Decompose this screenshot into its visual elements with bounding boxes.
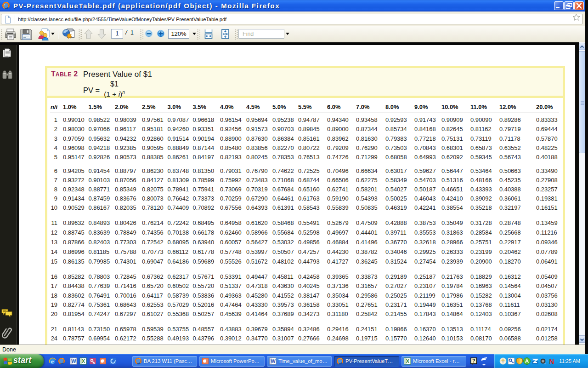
svg-text:W: W <box>71 358 76 364</box>
svg-text:W: W <box>271 358 276 364</box>
svg-text:N: N <box>549 357 554 365</box>
svg-text:X: X <box>406 358 410 364</box>
svg-text:e: e <box>51 358 54 365</box>
svg-text:X: X <box>82 358 85 364</box>
svg-text:?: ? <box>472 358 475 363</box>
